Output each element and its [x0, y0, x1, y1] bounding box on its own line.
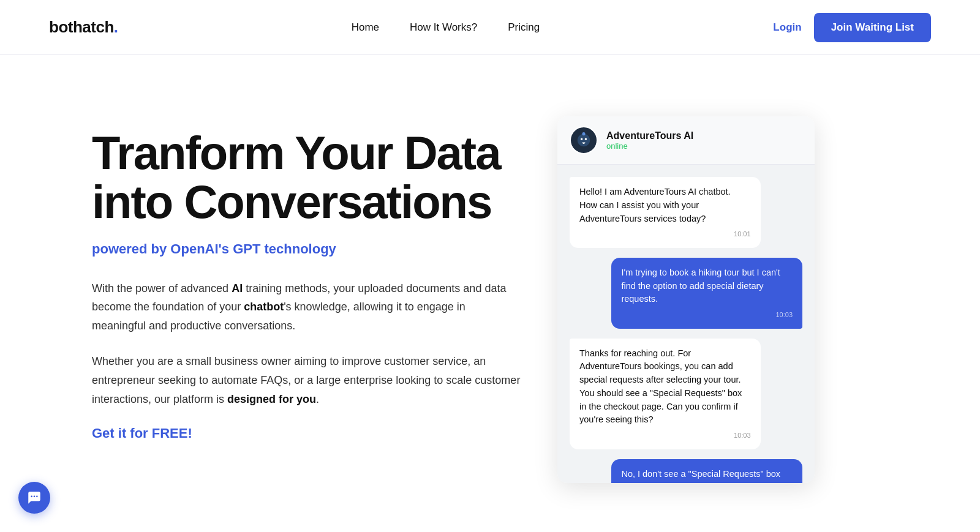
message-item: Hello! I am AdventureTours AI chatbot. H…	[570, 177, 802, 248]
desc1-pre: With the power of advanced	[92, 282, 232, 294]
chat-messages[interactable]: Hello! I am AdventureTours AI chatbot. H…	[557, 165, 815, 483]
message-text: No, I don't see a "Special Requests" box…	[621, 469, 780, 484]
logo-text: bothatch	[49, 18, 114, 36]
nav-links: Home How It Works? Pricing	[352, 21, 540, 34]
desc2-end: .	[316, 393, 319, 405]
chat-bot-name: AdventureTours AI	[606, 130, 802, 141]
message-text: Hello! I am AdventureTours AI chatbot. H…	[579, 187, 731, 223]
chat-widget: AdventureTours AI online Hello! I am Adv…	[557, 116, 815, 483]
navbar: bothatch. Home How It Works? Pricing Log…	[0, 0, 980, 55]
chat-header-info: AdventureTours AI online	[606, 130, 802, 151]
logo: bothatch.	[49, 18, 118, 37]
svg-rect-2	[582, 132, 584, 134]
svg-point-5	[36, 496, 38, 498]
chat-widget-container: AdventureTours AI online Hello! I am Adv…	[557, 116, 815, 483]
user-message-bubble: I'm trying to book a hiking tour but I c…	[611, 258, 802, 329]
svg-point-3	[31, 496, 32, 498]
user-message-bubble: No, I don't see a "Special Requests" box…	[611, 459, 802, 484]
message-text: Thanks for reaching out. For AdventureTo…	[579, 348, 742, 425]
message-item: Thanks for reaching out. For AdventureTo…	[570, 339, 802, 449]
desc1-ai: AI	[232, 282, 243, 294]
message-item: No, I don't see a "Special Requests" box…	[570, 459, 802, 484]
main-content: Tranform Your Data into Conversations po…	[0, 55, 980, 532]
message-time: 10:03	[621, 310, 793, 320]
hero-subtitle: powered by OpenAI's GPT technology	[92, 241, 521, 257]
svg-point-4	[34, 496, 36, 498]
hero-title: Tranform Your Data into Conversations	[92, 129, 521, 227]
login-button[interactable]: Login	[773, 21, 801, 34]
chat-avatar	[570, 126, 598, 154]
nav-pricing[interactable]: Pricing	[508, 21, 540, 34]
join-waiting-list-button[interactable]: Join Waiting List	[814, 13, 931, 42]
chat-header: AdventureTours AI online	[557, 116, 815, 165]
desc1-chatbot: chatbot	[244, 301, 284, 313]
message-text: I'm trying to book a hiking tour but I c…	[621, 268, 780, 304]
bot-message-bubble: Thanks for reaching out. For AdventureTo…	[570, 339, 761, 449]
hero-section: Tranform Your Data into Conversations po…	[92, 104, 521, 441]
chat-status: online	[606, 141, 802, 151]
hero-description-1: With the power of advanced AI training m…	[92, 279, 521, 335]
bot-message-bubble: Hello! I am AdventureTours AI chatbot. H…	[570, 177, 761, 248]
chat-launcher-icon[interactable]	[18, 482, 50, 514]
logo-dot: .	[114, 18, 118, 36]
cta-text: Get it for FREE!	[92, 425, 521, 441]
message-time: 10:01	[579, 229, 751, 239]
desc2-bold: designed for you	[227, 393, 316, 405]
message-time: 10:03	[579, 430, 751, 441]
nav-home[interactable]: Home	[352, 21, 379, 34]
nav-how-it-works[interactable]: How It Works?	[410, 21, 477, 34]
message-item: I'm trying to book a hiking tour but I c…	[570, 258, 802, 329]
logo-area: bothatch.	[49, 18, 118, 37]
navbar-actions: Login Join Waiting List	[773, 13, 931, 42]
hero-description-2: Whether you are a small business owner a…	[92, 352, 521, 408]
